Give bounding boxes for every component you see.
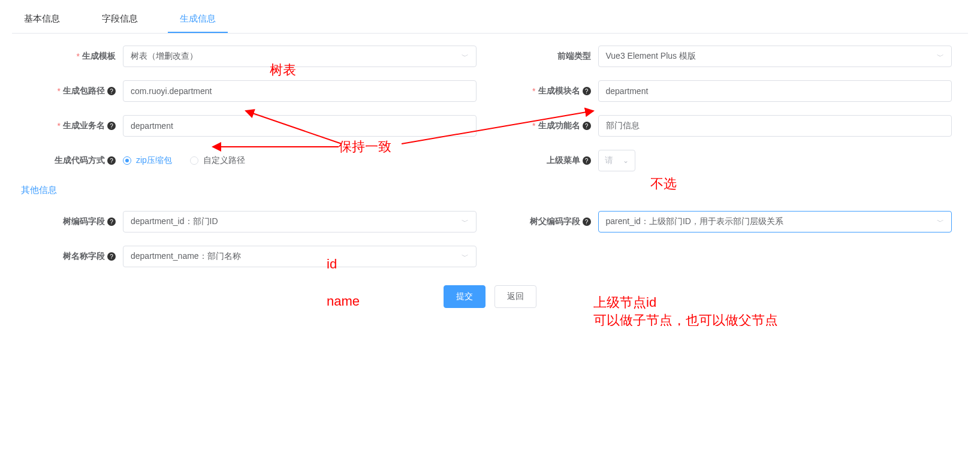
label-frontend: 前端类型: [557, 51, 591, 62]
input-function[interactable]: [598, 115, 952, 137]
required-mark: *: [58, 86, 61, 96]
help-icon[interactable]: ?: [107, 218, 116, 226]
help-icon[interactable]: ?: [107, 156, 116, 165]
label-business: 生成业务名: [63, 120, 105, 131]
radio-group-codegen: zip压缩包 自定义路径: [123, 155, 477, 166]
help-icon[interactable]: ?: [583, 156, 591, 165]
chevron-down-icon: ﹀: [462, 252, 469, 262]
required-mark: *: [77, 52, 80, 61]
select-parent-menu[interactable]: 请 ⌄: [598, 150, 635, 171]
radio-circle-icon: [190, 156, 198, 165]
chevron-down-icon: ﹀: [937, 52, 944, 62]
select-parent-menu-placeholder: 请: [605, 155, 613, 166]
select-tree-parent[interactable]: parent_id：上级部门ID，用于表示部门层级关系 ﹀: [598, 211, 952, 232]
chevron-down-icon: ⌄: [623, 156, 629, 165]
input-package[interactable]: [123, 80, 477, 102]
input-module[interactable]: [598, 80, 952, 102]
button-row: 提交 返回: [15, 285, 965, 317]
help-icon[interactable]: ?: [107, 122, 116, 130]
label-tree-code: 树编码字段: [63, 216, 105, 227]
select-tree-name-value: department_name：部门名称: [131, 251, 241, 262]
tab-generate[interactable]: 生成信息: [168, 6, 228, 33]
help-icon[interactable]: ?: [107, 87, 116, 95]
select-frontend-value: Vue3 Element Plus 模版: [606, 51, 696, 62]
section-other-title: 其他信息: [21, 185, 965, 196]
help-icon[interactable]: ?: [107, 252, 116, 261]
radio-custom-label: 自定义路径: [203, 155, 245, 166]
input-business[interactable]: [123, 115, 477, 137]
help-icon[interactable]: ?: [583, 87, 591, 95]
submit-button[interactable]: 提交: [444, 285, 486, 308]
select-template-value: 树表（增删改查）: [131, 51, 198, 62]
select-tree-code-value: department_id：部门ID: [131, 216, 218, 227]
chevron-down-icon: ﹀: [462, 217, 469, 227]
label-codegen: 生成代码方式: [55, 155, 105, 166]
label-package: 生成包路径: [63, 86, 105, 96]
form-generate: * 生成模板 树表（增删改查） ﹀ 前端类型 Vue3 Element Plus…: [12, 46, 968, 320]
label-template: 生成模板: [82, 51, 116, 62]
radio-circle-icon: [123, 156, 131, 165]
select-tree-parent-value: parent_id：上级部门ID，用于表示部门层级关系: [606, 216, 783, 227]
chevron-down-icon: ﹀: [937, 217, 944, 227]
radio-zip[interactable]: zip压缩包: [123, 155, 172, 166]
required-mark: *: [58, 121, 61, 131]
tab-basic[interactable]: 基本信息: [12, 6, 72, 33]
radio-zip-label: zip压缩包: [136, 155, 172, 166]
select-frontend[interactable]: Vue3 Element Plus 模版 ﹀: [598, 46, 952, 67]
tabs: 基本信息 字段信息 生成信息: [12, 6, 968, 34]
help-icon[interactable]: ?: [583, 122, 591, 130]
select-template[interactable]: 树表（增删改查） ﹀: [123, 46, 477, 67]
label-tree-parent: 树父编码字段: [530, 216, 580, 227]
label-parent-menu: 上级菜单: [547, 155, 580, 166]
label-tree-name: 树名称字段: [63, 251, 105, 262]
required-mark: *: [532, 121, 535, 131]
label-module: 生成模块名: [538, 86, 580, 96]
help-icon[interactable]: ?: [583, 218, 591, 226]
label-function: 生成功能名: [538, 120, 580, 131]
tab-fields[interactable]: 字段信息: [90, 6, 150, 33]
select-tree-name[interactable]: department_name：部门名称 ﹀: [123, 246, 477, 267]
select-tree-code[interactable]: department_id：部门ID ﹀: [123, 211, 477, 232]
back-button[interactable]: 返回: [494, 285, 536, 308]
required-mark: *: [532, 86, 535, 96]
chevron-down-icon: ﹀: [462, 52, 469, 62]
radio-custom[interactable]: 自定义路径: [190, 155, 245, 166]
